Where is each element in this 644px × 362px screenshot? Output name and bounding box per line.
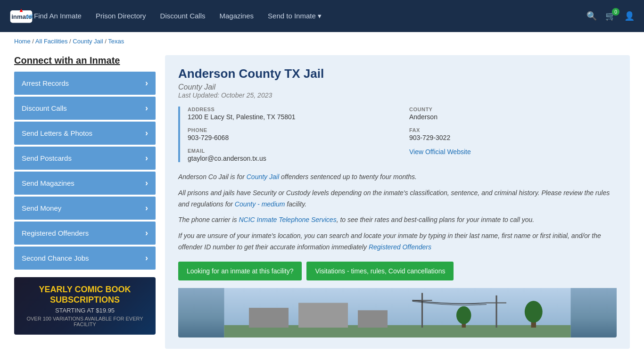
arrow-icon: › <box>145 228 148 238</box>
sidebar-item-registered-offenders[interactable]: Registered Offenders › <box>14 222 156 245</box>
facility-name: Anderson County TX Jail <box>178 66 617 81</box>
breadcrumb-all-facilities[interactable]: All Facilities <box>35 38 68 45</box>
svg-text:AID: AID <box>26 14 33 19</box>
arrow-icon: › <box>145 253 148 263</box>
address-value: 1200 E Lacy St, Palestine, TX 75801 <box>188 113 395 121</box>
photo-placeholder <box>178 288 617 337</box>
ad-title: YEARLY COMIC BOOKSUBSCRIPTIONS <box>22 285 148 305</box>
action-buttons: Looking for an inmate at this facility? … <box>178 262 617 280</box>
arrow-icon: › <box>145 128 148 138</box>
svg-rect-8 <box>358 310 388 328</box>
breadcrumb-home[interactable]: Home <box>14 38 31 45</box>
sidebar-item-discount-calls[interactable]: Discount Calls › <box>14 97 156 120</box>
svg-point-16 <box>525 301 543 322</box>
county-value: Anderson <box>409 113 617 121</box>
fax-block: FAX 903-729-3022 <box>409 127 617 141</box>
main-layout: Connect with an Inmate Arrest Records › … <box>0 50 644 362</box>
sidebar-items: Arrest Records › Discount Calls › Send L… <box>14 72 156 270</box>
breadcrumb-texas[interactable]: Texas <box>108 38 124 45</box>
nav-links: Find An Inmate Prison Directory Discount… <box>34 12 586 20</box>
address-block: ADDRESS 1200 E Lacy St, Palestine, TX 75… <box>188 107 395 121</box>
email-label: EMAIL <box>188 148 395 154</box>
ad-subtitle: STARTING AT $19.95 <box>22 307 148 314</box>
registered-offenders-link[interactable]: Registered Offenders <box>369 243 431 251</box>
breadcrumb: Home / All Facilities / County Jail / Te… <box>0 32 644 50</box>
nav-find-inmate[interactable]: Find An Inmate <box>34 12 82 20</box>
sidebar-item-second-chance-jobs[interactable]: Second Chance Jobs › <box>14 247 156 270</box>
user-icon[interactable]: 👤 <box>624 11 635 21</box>
cart-icon[interactable]: 🛒 0 <box>605 11 616 21</box>
ad-note: OVER 100 VARIATIONS AVAILABLE FOR EVERY … <box>22 316 148 327</box>
arrow-icon: › <box>145 203 148 213</box>
find-inmate-button[interactable]: Looking for an inmate at this facility? <box>178 262 302 280</box>
ncic-link[interactable]: NCIC Inmate Telephone Services <box>239 216 336 223</box>
arrow-icon: › <box>145 153 148 163</box>
sidebar-item-send-postcards[interactable]: Send Postcards › <box>14 147 156 170</box>
arrow-icon: › <box>145 78 148 88</box>
svg-point-14 <box>456 306 471 324</box>
county-jail-link[interactable]: County Jail <box>247 173 279 181</box>
fax-label: FAX <box>409 127 617 133</box>
svg-rect-7 <box>298 303 348 328</box>
sidebar-item-send-money[interactable]: Send Money › <box>14 197 156 220</box>
cart-badge: 0 <box>612 8 619 16</box>
visitations-button[interactable]: Visitations - times, rules, Covid cancel… <box>306 262 454 280</box>
arrow-icon: › <box>145 178 148 188</box>
breadcrumb-county-jail[interactable]: County Jail <box>73 38 103 45</box>
svg-rect-6 <box>249 308 289 328</box>
desc-4: If you are unsure of your inmate's locat… <box>178 230 617 253</box>
nav-send-to-inmate[interactable]: Send to Inmate ▾ <box>268 12 322 20</box>
facility-type: County Jail <box>178 83 617 91</box>
facility-photo-svg <box>178 288 617 337</box>
facility-content: Anderson County TX Jail County Jail Last… <box>165 55 630 349</box>
address-label: ADDRESS <box>188 107 395 112</box>
sidebar: Connect with an Inmate Arrest Records › … <box>14 55 156 349</box>
desc-3: The phone carrier is NCIC Inmate Telepho… <box>178 214 617 226</box>
facility-info-grid: ADDRESS 1200 E Lacy St, Palestine, TX 75… <box>178 107 617 162</box>
facility-photo <box>178 288 617 337</box>
sidebar-item-send-letters[interactable]: Send Letters & Photos › <box>14 122 156 145</box>
ad-banner[interactable]: YEARLY COMIC BOOKSUBSCRIPTIONS STARTING … <box>14 277 156 335</box>
facility-last-updated: Last Updated: October 25, 2023 <box>178 91 617 99</box>
phone-value: 903-729-6068 <box>188 134 395 141</box>
desc-2: All prisons and jails have Security or C… <box>178 188 617 210</box>
main-nav: inmate AID Find An Inmate Prison Directo… <box>0 0 644 32</box>
county-medium-link[interactable]: County - medium <box>235 200 285 208</box>
phone-label: PHONE <box>188 127 395 133</box>
search-icon[interactable]: 🔍 <box>586 11 597 21</box>
sidebar-title: Connect with an Inmate <box>14 55 156 66</box>
arrow-icon: › <box>145 103 148 113</box>
county-label: COUNTY <box>409 107 617 112</box>
nav-icons: 🔍 🛒 0 👤 <box>586 11 635 21</box>
sidebar-item-send-magazines[interactable]: Send Magazines › <box>14 172 156 195</box>
website-link[interactable]: View Official Website <box>409 148 471 156</box>
logo[interactable]: inmate AID <box>9 7 34 25</box>
desc-1: Anderson Co Jail is for County Jail offe… <box>178 172 617 183</box>
county-block: COUNTY Anderson <box>409 107 617 121</box>
email-block: EMAIL gtaylor@co.anderson.tx.us <box>188 148 395 162</box>
website-block: View Official Website <box>409 148 617 162</box>
email-value: gtaylor@co.anderson.tx.us <box>188 155 395 162</box>
nav-prison-directory[interactable]: Prison Directory <box>96 12 146 20</box>
phone-block: PHONE 903-729-6068 <box>188 127 395 141</box>
logo-icon: inmate AID <box>9 7 33 25</box>
nav-magazines[interactable]: Magazines <box>219 12 254 20</box>
nav-discount-calls[interactable]: Discount Calls <box>160 12 206 20</box>
sidebar-item-arrest-records[interactable]: Arrest Records › <box>14 72 156 95</box>
fax-value: 903-729-3022 <box>409 134 617 141</box>
